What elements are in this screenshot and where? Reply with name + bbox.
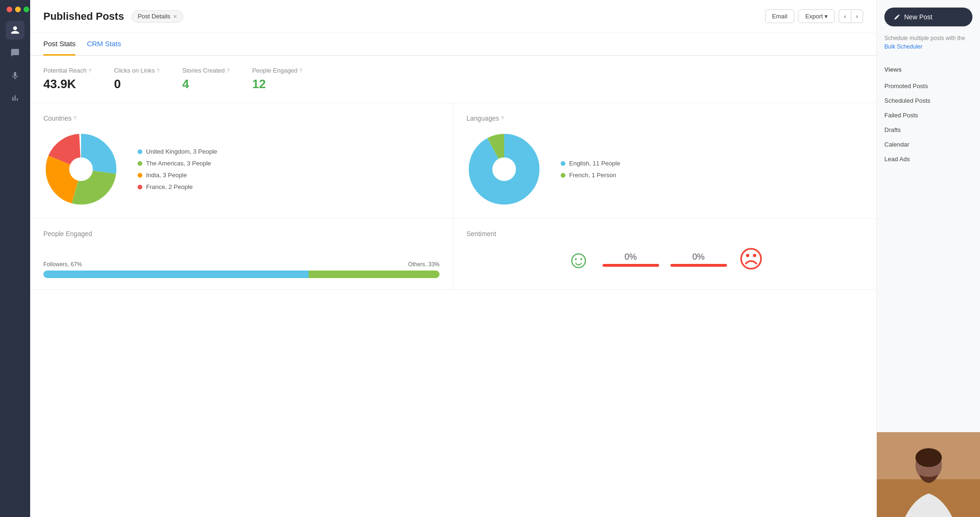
stat-clicks-on-links: Clicks on Links ? 0 — [114, 67, 160, 91]
view-item-drafts[interactable]: Drafts — [884, 123, 972, 137]
email-button[interactable]: Email — [765, 9, 795, 23]
languages-pie-chart — [466, 131, 542, 207]
languages-legend: English, 11 People French, 1 Person — [561, 160, 620, 179]
people-engaged-bar — [43, 271, 440, 278]
legend-dot-france — [138, 185, 142, 189]
stat-value-reach: 43.9K — [43, 77, 91, 91]
stat-people-engaged: People Engaged ? 12 — [252, 67, 302, 91]
view-item-lead-ads[interactable]: Lead Ads — [884, 152, 972, 166]
bulk-text: Schedule multiple posts with the Bulk Sc… — [877, 34, 980, 58]
bulk-scheduler-link[interactable]: Bulk Scheduler — [884, 43, 923, 50]
sidebar-icon-chart[interactable] — [6, 89, 24, 107]
prev-button[interactable]: ‹ — [839, 9, 850, 23]
tag-chip[interactable]: Post Details × — [131, 10, 183, 23]
help-icon-countries: ? — [74, 115, 76, 121]
tag-close[interactable]: × — [173, 13, 177, 20]
sentiment-panel: Sentiment ☺ 0% 0% ☹ — [453, 219, 876, 290]
person-silhouette — [877, 432, 980, 517]
sentiment-chart: ☺ 0% 0% ☹ — [466, 247, 863, 271]
charts-grid: Countries ? United — [30, 103, 876, 290]
views-title: Views — [884, 66, 972, 73]
help-icon-engaged: ? — [299, 68, 302, 74]
legend-dot-french — [561, 173, 565, 178]
views-section: Views Promoted Posts Scheduled Posts Fai… — [877, 58, 980, 174]
sidebar-icon-chat[interactable] — [6, 43, 24, 62]
view-item-promoted[interactable]: Promoted Posts — [884, 79, 972, 93]
legend-item-india: India, 3 People — [138, 172, 217, 179]
navigation-buttons: ‹ › — [839, 9, 863, 23]
content-header: Published Posts Post Details × Email Exp… — [30, 0, 876, 33]
view-item-failed[interactable]: Failed Posts — [884, 108, 972, 123]
legend-item-uk: United Kingdom, 3 People — [138, 148, 217, 155]
sidebar — [0, 0, 30, 517]
legend-dot-uk — [138, 149, 142, 154]
traffic-lights — [7, 7, 29, 12]
help-icon-clicks: ? — [157, 68, 160, 74]
sidebar-icon-mic[interactable] — [6, 66, 24, 85]
legend-item-americas: The Americas, 3 People — [138, 160, 217, 167]
export-button[interactable]: Export ▾ — [798, 9, 835, 23]
countries-legend: United Kingdom, 3 People The Americas, 3… — [138, 148, 217, 190]
next-button[interactable]: › — [851, 9, 863, 23]
traffic-green[interactable] — [24, 7, 29, 12]
legend-item-french: French, 1 Person — [561, 172, 620, 179]
help-icon-languages: ? — [501, 115, 504, 121]
smiley-sad-icon: ☹ — [738, 247, 764, 271]
bar-followers — [43, 271, 309, 278]
people-engaged-chart: Followers, 67% Others, 33% — [43, 261, 440, 278]
legend-dot-india — [138, 173, 142, 178]
header-actions: Email Export ▾ ‹ › — [765, 9, 863, 23]
main-content: Published Posts Post Details × Email Exp… — [30, 0, 876, 517]
legend-dot-americas — [138, 161, 142, 166]
stat-value-stories: 4 — [182, 77, 229, 91]
pencil-icon — [894, 14, 900, 20]
tab-post-stats[interactable]: Post Stats — [43, 33, 75, 56]
positive-pct: 0% — [625, 252, 637, 262]
stat-value-clicks: 0 — [114, 77, 160, 91]
legend-item-english: English, 11 People — [561, 160, 620, 167]
view-item-scheduled[interactable]: Scheduled Posts — [884, 93, 972, 108]
page-title: Published Posts — [43, 10, 124, 23]
view-item-calendar[interactable]: Calendar — [884, 137, 972, 152]
stats-row: Potential Reach ? 43.9K Clicks on Links … — [30, 56, 876, 103]
video-widget — [877, 432, 980, 517]
traffic-red[interactable] — [7, 7, 12, 12]
sentiment-negative: 0% — [670, 252, 727, 267]
legend-dot-english — [561, 161, 565, 166]
stat-stories-created: Stories Created ? 4 — [182, 67, 229, 91]
help-icon-stories: ? — [227, 68, 229, 74]
countries-pie-chart — [43, 131, 119, 207]
tab-crm-stats[interactable]: CRM Stats — [87, 33, 121, 56]
people-engaged-panel: People Engaged Followers, 67% Others, 33… — [30, 219, 453, 290]
tabs: Post Stats CRM Stats — [30, 33, 876, 56]
negative-pct: 0% — [693, 252, 705, 262]
traffic-yellow[interactable] — [15, 7, 21, 12]
languages-panel: Languages ? English, 11 People — [453, 103, 876, 219]
bar-others — [309, 271, 440, 278]
smiley-happy-icon: ☺ — [566, 247, 591, 271]
svg-point-9 — [915, 448, 942, 467]
new-post-button[interactable]: New Post — [884, 8, 972, 26]
right-sidebar: New Post Schedule multiple posts with th… — [876, 0, 980, 517]
sentiment-positive: 0% — [603, 252, 659, 267]
positive-bar — [603, 264, 659, 267]
negative-bar — [670, 264, 727, 267]
stat-potential-reach: Potential Reach ? 43.9K — [43, 67, 91, 91]
stat-value-engaged: 12 — [252, 77, 302, 91]
help-icon-reach: ? — [89, 68, 91, 74]
countries-panel: Countries ? United — [30, 103, 453, 219]
sidebar-icon-user[interactable] — [6, 21, 24, 40]
legend-item-france: France, 2 People — [138, 183, 217, 190]
video-feed — [877, 432, 980, 517]
